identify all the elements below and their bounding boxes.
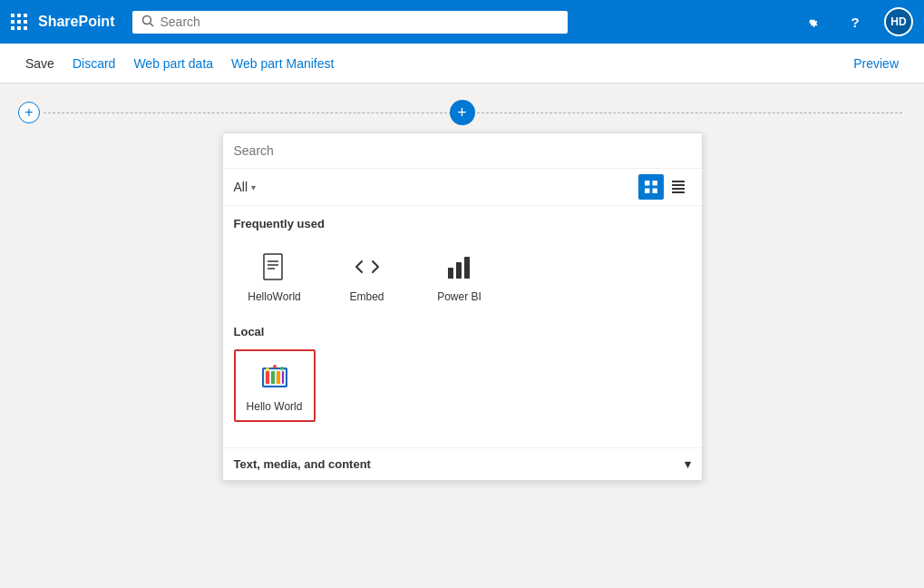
filter-dropdown[interactable]: All ▾ — [234, 180, 257, 194]
svg-rect-17 — [672, 188, 685, 190]
svg-rect-4 — [17, 20, 21, 24]
picker-search-input[interactable] — [234, 143, 691, 158]
text-media-content-section[interactable]: Text, media, and content ▾ — [223, 447, 702, 480]
filter-chevron-icon: ▾ — [251, 182, 256, 192]
app-title: SharePoint — [38, 14, 114, 30]
text-media-content-label: Text, media, and content — [234, 457, 371, 471]
svg-rect-3 — [11, 20, 15, 24]
svg-rect-0 — [11, 14, 15, 17]
topbar-right-actions: ? HD — [797, 7, 913, 36]
filter-label: All — [234, 180, 248, 194]
svg-rect-2 — [24, 14, 27, 17]
section-divider — [44, 113, 470, 113]
add-webpart-center-button[interactable]: + — [450, 100, 475, 125]
svg-rect-6 — [11, 26, 15, 30]
svg-line-10 — [151, 23, 154, 26]
picker-search-area[interactable] — [223, 133, 702, 169]
section-add-row: + + — [18, 102, 906, 123]
svg-rect-5 — [24, 20, 27, 24]
svg-rect-23 — [448, 268, 453, 279]
svg-rect-1 — [17, 14, 21, 17]
view-toggle — [638, 174, 691, 200]
svg-rect-18 — [672, 191, 685, 193]
powerbi-label: Power BI — [437, 290, 481, 303]
helloworld-label: HelloWorld — [248, 290, 300, 303]
search-icon — [141, 15, 154, 30]
powerbi-icon — [442, 249, 478, 285]
save-button[interactable]: Save — [18, 53, 62, 74]
svg-rect-14 — [652, 189, 657, 194]
webpart-item-embed[interactable]: Embed — [326, 241, 408, 310]
chevron-down-icon: ▾ — [685, 457, 691, 471]
svg-point-9 — [143, 15, 151, 24]
section-divider-right — [477, 113, 903, 113]
webpart-item-hello-world-local[interactable]: Hello World — [234, 349, 316, 422]
help-icon: ? — [851, 15, 859, 30]
hello-world-local-icon — [257, 358, 293, 395]
grid-view-button[interactable] — [638, 174, 664, 200]
picker-content: Frequently used HelloWorld — [223, 206, 702, 447]
global-search-input[interactable] — [160, 15, 559, 29]
svg-rect-12 — [652, 181, 657, 186]
local-grid: Hello World — [234, 349, 691, 422]
app-launcher-icon[interactable] — [11, 14, 27, 30]
svg-rect-31 — [282, 371, 284, 384]
user-avatar[interactable]: HD — [884, 7, 913, 36]
svg-rect-19 — [264, 254, 282, 279]
svg-rect-25 — [464, 257, 470, 279]
help-button[interactable]: ? — [841, 7, 870, 36]
svg-rect-7 — [17, 26, 21, 30]
frequently-used-section-title: Frequently used — [234, 217, 691, 230]
svg-point-33 — [273, 365, 277, 368]
svg-rect-11 — [645, 181, 650, 186]
svg-rect-29 — [271, 371, 275, 384]
secondary-toolbar: Save Discard Web part data Web part Mani… — [0, 44, 924, 83]
svg-rect-16 — [672, 184, 685, 186]
topbar: SharePoint ? HD — [0, 0, 924, 44]
webpart-item-powerbi[interactable]: Power BI — [419, 241, 501, 310]
picker-filter-row: All ▾ — [223, 169, 702, 206]
local-section-title: Local — [234, 325, 691, 338]
svg-rect-30 — [277, 371, 280, 384]
svg-point-32 — [266, 368, 269, 371]
svg-rect-8 — [24, 26, 27, 30]
discard-button[interactable]: Discard — [65, 53, 122, 74]
webpart-picker-panel: All ▾ — [222, 132, 703, 481]
svg-rect-28 — [266, 371, 269, 384]
web-part-manifest-button[interactable]: Web part Manifest — [224, 53, 341, 74]
list-view-button[interactable] — [666, 174, 691, 200]
webpart-item-helloworld[interactable]: HelloWorld — [234, 241, 316, 310]
helloworld-icon — [257, 249, 293, 285]
hello-world-local-label: Hello World — [247, 400, 303, 413]
global-search-box[interactable] — [132, 11, 568, 34]
add-section-left-button[interactable]: + — [18, 102, 40, 123]
frequently-used-grid: HelloWorld Embed — [234, 241, 691, 310]
svg-rect-15 — [672, 181, 685, 182]
web-part-data-button[interactable]: Web part data — [126, 53, 220, 74]
embed-icon — [349, 249, 385, 285]
avatar-initials: HD — [890, 15, 906, 28]
embed-label: Embed — [349, 290, 384, 303]
settings-button[interactable] — [797, 7, 826, 36]
preview-button[interactable]: Preview — [846, 53, 906, 74]
svg-rect-24 — [456, 262, 462, 279]
canvas: + + All ▾ — [0, 83, 924, 588]
svg-point-34 — [280, 367, 284, 370]
svg-rect-13 — [645, 189, 650, 194]
